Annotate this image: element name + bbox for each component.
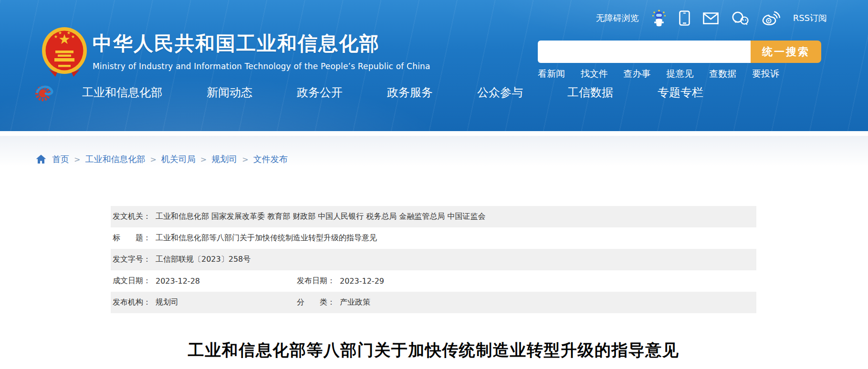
meta-row: 成文日期： 2023-12-28 发布日期： 2023-12-29 (111, 270, 756, 292)
breadcrumb-separator: > (150, 155, 156, 164)
meta-label: 发文字号： (113, 255, 151, 265)
breadcrumb-separator: > (242, 155, 248, 164)
site-title: 中华人民共和国工业和信息化部 (93, 31, 430, 57)
meta-row: 发布机构： 规划司 分 类： 产业政策 (111, 292, 756, 313)
quick-link[interactable]: 查数据 (709, 68, 736, 80)
breadcrumb: 首页 > 工业和信息化部 > 机关司局 > 规划司 > 文件发布 (36, 154, 288, 165)
search-button[interactable]: 统一搜索 (751, 41, 821, 63)
meta-value: 工业和信息化部等八部门关于加快传统制造业转型升级的指导意见 (156, 233, 377, 243)
breadcrumb-separator: > (74, 155, 80, 164)
meta-row: 标 题： 工业和信息化部等八部门关于加快传统制造业转型升级的指导意见 (111, 227, 756, 249)
nav-item[interactable]: 专题专栏 (658, 85, 703, 100)
meta-value: 工业和信息化部 国家发展改革委 教育部 财政部 中国人民银行 税务总局 金融监管… (156, 212, 486, 222)
meta-cell: 标 题： 工业和信息化部等八部门关于加快传统制造业转型升级的指导意见 (113, 233, 377, 243)
breadcrumb-link[interactable]: 机关司局 (161, 154, 196, 165)
meta-cell: 发文字号： 工信部联规〔2023〕258号 (113, 255, 251, 265)
header-banner: 无障碍浏览 (0, 0, 868, 131)
mail-icon[interactable] (703, 12, 719, 24)
nav-item[interactable]: 政务公开 (297, 85, 343, 100)
meta-label: 发文机关： (113, 212, 151, 222)
accessibility-link[interactable]: 无障碍浏览 (596, 12, 639, 24)
breadcrumb-separator: > (200, 155, 207, 164)
brand-text: 中华人民共和国工业和信息化部 Ministry of Industry and … (93, 31, 430, 71)
nav-item[interactable]: 公众参与 (477, 85, 523, 100)
meta-value: 产业政策 (340, 297, 370, 308)
nav-list: 工业和信息化部 新闻动态 政务公开 政务服务 公众参与 工信数据 专题专栏 (82, 85, 703, 100)
nav-item[interactable]: 工业和信息化部 (82, 85, 162, 100)
nav-item[interactable]: 新闻动态 (207, 85, 252, 100)
nav-item[interactable]: 政务服务 (387, 85, 433, 100)
meta-value: 2023-12-29 (340, 277, 384, 286)
search-bar: 统一搜索 (538, 41, 821, 63)
meta-cell: 发布机构： 规划司 (113, 297, 297, 308)
rss-link[interactable]: RSS订阅 (793, 12, 827, 24)
robot-icon[interactable] (652, 10, 666, 27)
site-subtitle: Ministry of Industry and Information Tec… (93, 62, 430, 71)
quick-link[interactable]: 提意见 (666, 68, 693, 80)
meta-cell: 分 类： 产业政策 (297, 297, 370, 308)
meta-cell: 发布日期： 2023-12-29 (297, 276, 384, 286)
meta-cell: 成文日期： 2023-12-28 (113, 276, 297, 286)
wechat-icon[interactable] (732, 11, 749, 25)
mobile-icon[interactable] (679, 10, 690, 26)
meta-label: 成文日期： (113, 276, 151, 286)
search-input[interactable] (538, 41, 751, 63)
breadcrumb-link[interactable]: 工业和信息化部 (85, 154, 145, 165)
meta-cell: 发文机关： 工业和信息化部 国家发展改革委 教育部 财政部 中国人民银行 税务总… (113, 212, 486, 222)
quick-link[interactable]: 要投诉 (752, 68, 779, 80)
meta-row: 发文机关： 工业和信息化部 国家发展改革委 教育部 财政部 中国人民银行 税务总… (111, 206, 756, 227)
miit-logo-icon[interactable] (34, 82, 53, 102)
quick-link[interactable]: 查办事 (624, 68, 651, 80)
article-title: 工业和信息化部等八部门关于加快传统制造业转型升级的指导意见 (111, 339, 756, 361)
meta-table: 发文机关： 工业和信息化部 国家发展改革委 教育部 财政部 中国人民银行 税务总… (111, 206, 756, 313)
page: 无障碍浏览 (0, 0, 868, 369)
weibo-icon[interactable] (762, 11, 780, 26)
meta-value: 规划司 (156, 297, 178, 308)
nav-item[interactable]: 工信数据 (567, 85, 613, 100)
meta-label: 标 题： (113, 233, 151, 243)
meta-label: 分 类： (297, 297, 335, 308)
breadcrumb-link[interactable]: 首页 (52, 154, 69, 165)
meta-value: 2023-12-28 (156, 277, 200, 286)
home-icon[interactable] (36, 154, 46, 164)
quick-link[interactable]: 看新闻 (538, 68, 565, 80)
national-emblem (41, 27, 88, 79)
meta-value: 工信部联规〔2023〕258号 (156, 255, 251, 265)
main-nav: 工业和信息化部 新闻动态 政务公开 政务服务 公众参与 工信数据 专题专栏 (34, 80, 703, 105)
quick-link[interactable]: 找文件 (581, 68, 608, 80)
topbar: 无障碍浏览 (596, 9, 827, 28)
breadcrumb-current[interactable]: 文件发布 (253, 154, 288, 165)
breadcrumb-link[interactable]: 规划司 (211, 154, 237, 165)
search-quick-links: 看新闻 找文件 查办事 提意见 查数据 要投诉 (538, 68, 779, 80)
meta-row: 发文字号： 工信部联规〔2023〕258号 (111, 249, 756, 270)
meta-label: 发布日期： (297, 276, 335, 286)
meta-label: 发布机构： (113, 297, 151, 308)
